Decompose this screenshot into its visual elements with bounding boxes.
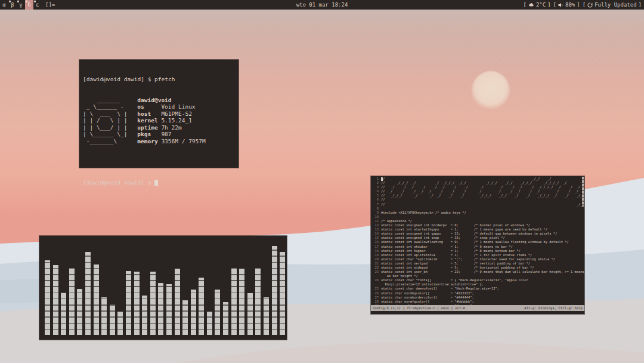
tag-list: αβγδε	[0, 0, 42, 10]
cava-bar	[231, 268, 237, 335]
layout-symbol[interactable]: []=	[42, 0, 58, 10]
editor-line: 17static const int showbar = 1; /* 0 mea…	[372, 245, 584, 249]
editor-line: 5// _/_/_/ _/ _/ _/ _/ _/ _/_/_/ _/_/ _/…	[372, 193, 584, 198]
cava-bar	[134, 272, 140, 335]
tag-α[interactable]: α	[0, 0, 8, 10]
cava-bar	[175, 269, 180, 335]
pfetch-userhost: dawid@void	[137, 97, 205, 104]
cava-bar	[101, 297, 107, 335]
cava-bar	[272, 246, 277, 335]
editor-line: 18static const int topbar = 1; /* 0 mean…	[372, 249, 584, 253]
editor-line: 19static const int splitstatus = 1; /* 1…	[372, 253, 584, 257]
cava-bar	[255, 268, 261, 335]
editor-line: 14static const unsigned int gappx = 15; …	[372, 232, 584, 236]
volume-text: 80%	[565, 0, 575, 10]
editor-line: 4// _/ _/ _/ _/ _/ _/ _/ _/ _/ _/ _/ _/ …	[372, 189, 584, 193]
cava-bar	[191, 290, 196, 335]
cava-bar	[239, 269, 244, 335]
bracket: [	[553, 0, 556, 10]
editor-line: Emoji:pixelsize=12:antialias=true:autohi…	[372, 282, 584, 287]
editor-line: 13static const int startwithgaps = 1; /*…	[372, 227, 584, 232]
cava-bar	[85, 252, 91, 335]
editor-line: 7// _/_/	[372, 202, 584, 207]
editor-line: 24static const char *fonts[] = { "Hack-R…	[372, 278, 584, 282]
cava-bar	[150, 272, 156, 335]
cava-bar	[166, 284, 172, 335]
updates-text: Fully Updated	[595, 0, 636, 10]
bracket: [	[523, 0, 526, 10]
bracket: ]	[639, 0, 642, 10]
editor-code[interactable]: 1// _/_/ _/2// _/_/_/ _/ _/ _/_/_/ _/_/ …	[371, 176, 584, 305]
cava-bar	[110, 304, 115, 335]
cava-bar	[126, 271, 131, 335]
pfetch-info-row: osVoid Linux	[137, 103, 205, 110]
cava-bar	[182, 300, 188, 335]
tag-β[interactable]: β	[8, 0, 17, 10]
updates-module: [Fully Updated]	[583, 0, 642, 10]
editor-bottom-edge	[371, 311, 584, 314]
cloud-icon	[528, 2, 534, 7]
cava-bar	[94, 264, 99, 336]
bracket: ]	[577, 0, 580, 10]
editor-line: 25static const char dmenufont[] = "Hack-…	[372, 287, 584, 291]
editor-line: 29static char selfgcolor[] = "#eeeeee";	[372, 304, 584, 305]
pfetch-info-row: hostM61PME-S2	[137, 110, 205, 118]
tag-γ[interactable]: γ	[17, 0, 25, 10]
void-linux-ascii-logo: _______ _ \______ - | \ ___ \ | | | / \ …	[83, 97, 127, 145]
editor-line: 6// _/	[372, 198, 584, 202]
editor-line: 23static const int user_bh = 22; /* 0 me…	[372, 270, 584, 274]
editor-line: 12static const unsigned int borderpx = 0…	[372, 223, 584, 227]
cava-bar	[61, 293, 66, 335]
editor-scrollbar[interactable]	[582, 177, 584, 207]
pfetch-info-row: kernel5.15.24_1	[137, 117, 205, 124]
cava-bar	[158, 283, 163, 335]
editor-line: 1// _/_/ _/	[372, 177, 584, 181]
tag-ε[interactable]: ε	[33, 0, 42, 10]
cava-bar	[142, 296, 147, 335]
cava-bar	[117, 312, 123, 336]
shell-prompt: [dawid@void dawid] $	[83, 179, 154, 186]
editor-line: 28static char normfgcolor[] = "#bbbbbb";	[372, 300, 584, 304]
bracket: [	[583, 0, 586, 10]
editor-line: as bar height */	[372, 274, 584, 278]
terminal-line-prompt2: [dawid@void dawid] $	[83, 179, 235, 186]
blank-line	[83, 158, 235, 165]
statusline-help-hint: Alt-g: bindings, Ctrl-g: help	[524, 305, 583, 311]
editor-line: 21static const int vertpad = 5; /* verti…	[372, 262, 584, 266]
cava-visualizer-window[interactable]	[39, 236, 287, 340]
editor-window[interactable]: 1// _/_/ _/2// _/_/_/ _/ _/ _/_/_/ _/_/ …	[371, 176, 584, 314]
editor-line: 10	[372, 215, 584, 219]
cava-bar	[247, 293, 253, 335]
cava-bar	[207, 312, 212, 336]
cava-bar	[199, 278, 204, 335]
cava-bar	[215, 290, 220, 335]
editor-line: 8	[372, 207, 584, 211]
weather-module: [2°C]	[523, 0, 550, 10]
editor-line: 15static const unsigned int snap = 32; /…	[372, 236, 584, 240]
tag-δ[interactable]: δ	[25, 0, 33, 10]
editor-line: 9#include <X11/XF86keysym.h> /* audio ke…	[372, 211, 584, 215]
editor-cursor	[381, 177, 383, 181]
terminal-window[interactable]: [dawid@void dawid] $ pfetch _______ _ \_…	[79, 60, 239, 168]
pfetch-info-row: pkgs987	[137, 131, 205, 138]
shell-prompt: [dawid@void dawid] $	[83, 76, 154, 82]
editor-line: 27static char normbordercolor[] = "#4444…	[372, 296, 584, 300]
cava-bar	[223, 302, 228, 335]
editor-line: 22static const int sidepad = 5; /* horiz…	[372, 266, 584, 270]
editor-line: 26static char normbgcolor[] = "#222222";	[372, 291, 584, 296]
pfetch-output: _______ _ \______ - | \ ___ \ | | | / \ …	[83, 97, 235, 145]
volume-module: [80%]	[553, 0, 580, 10]
pfetch-info-row: memory3356M / 7957M	[137, 138, 205, 145]
cava-bar	[77, 289, 82, 335]
terminal-cursor	[154, 180, 158, 186]
statusline-file-info: config.h (1,1) | ft:objective-c | unix |…	[373, 305, 465, 311]
statusbar-modules: [2°C] [80%] [Fully Updated]	[523, 0, 644, 10]
bracket: ]	[547, 0, 550, 10]
shell-command: pfetch	[154, 76, 175, 82]
weather-text: 2°C	[536, 0, 546, 10]
speaker-icon	[558, 2, 564, 8]
dwm-bar: αβγδε []= wto 01 mar 18:24 [2°C] [80%] […	[0, 0, 644, 10]
cava-bar	[280, 252, 285, 335]
cava-bar	[264, 297, 269, 335]
pfetch-info: dawid@voidosVoid LinuxhostM61PME-S2kerne…	[137, 97, 205, 145]
